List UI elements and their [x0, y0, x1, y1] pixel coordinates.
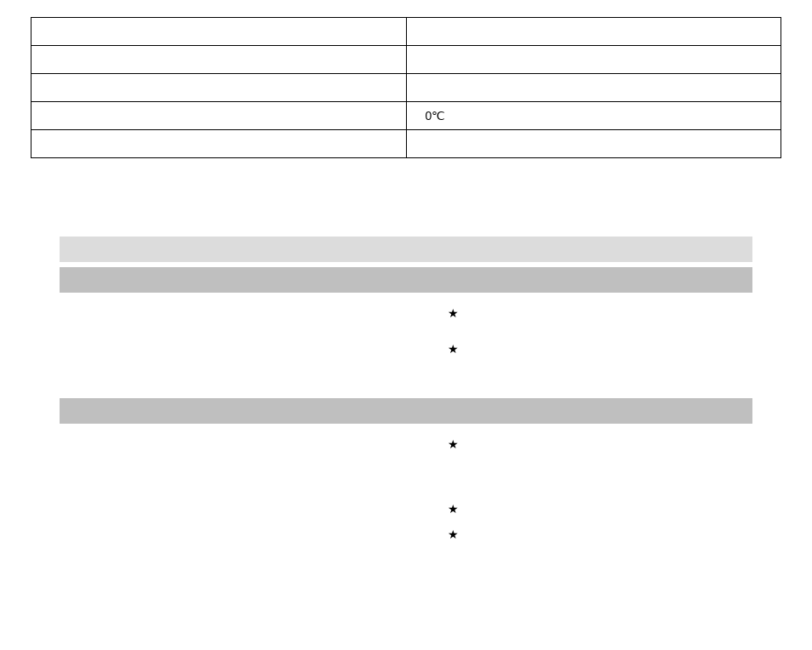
table-cell-value	[406, 130, 781, 158]
list-item: ★	[60, 526, 752, 550]
list-item: ★	[60, 340, 752, 364]
star-icon: ★	[443, 340, 463, 357]
section: ★ ★ ★ ★ ★	[60, 237, 752, 550]
star-icon: ★	[443, 526, 463, 543]
star-icon: ★	[443, 305, 463, 322]
table-row	[31, 74, 781, 102]
list-item: ★	[60, 305, 752, 328]
list-item: ★	[60, 500, 752, 524]
section-heading-light	[60, 237, 752, 262]
table-cell-label	[31, 130, 407, 158]
table-row: 0℃	[31, 102, 781, 130]
table-row	[31, 130, 781, 158]
list-item: ★	[60, 436, 752, 459]
table-cell-label	[31, 102, 407, 130]
table-row	[31, 18, 781, 46]
group-heading	[60, 398, 752, 424]
table-cell-label	[31, 74, 407, 102]
cell-text: 0℃	[426, 109, 446, 123]
table-cell-value	[406, 74, 781, 102]
table-cell-value: 0℃	[406, 102, 781, 130]
table-cell-label	[31, 46, 407, 74]
table-cell-label	[31, 18, 407, 46]
star-icon: ★	[443, 500, 463, 517]
table-cell-value	[406, 46, 781, 74]
star-icon: ★	[443, 436, 463, 453]
table-cell-value	[406, 18, 781, 46]
table-row	[31, 46, 781, 74]
group-heading	[60, 267, 752, 293]
spec-table: 0℃	[31, 17, 781, 158]
